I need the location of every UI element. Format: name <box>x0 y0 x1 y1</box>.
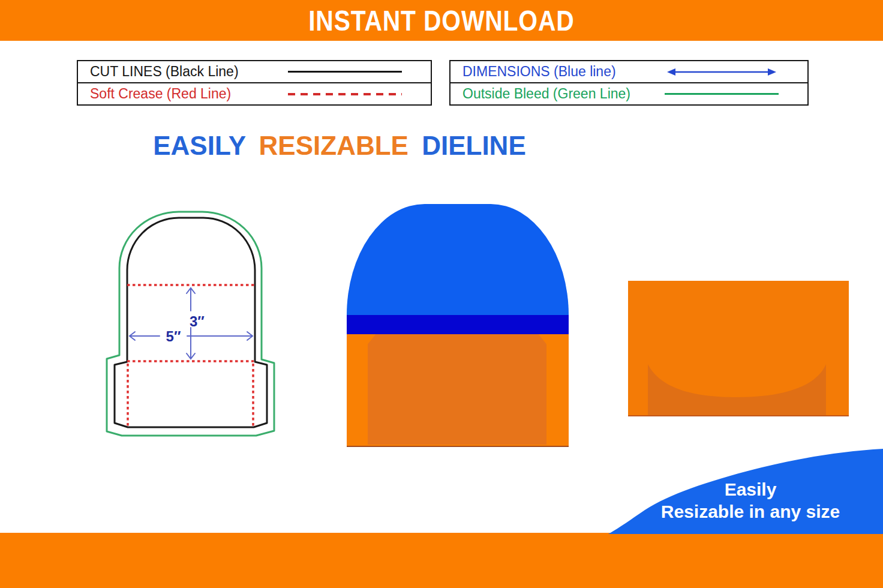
legend-row-outside-bleed: Outside Bleed (Green Line) <box>450 82 807 104</box>
envelope-body <box>347 334 569 447</box>
envelope-pocket <box>368 334 546 445</box>
envelope-flap <box>347 204 569 315</box>
headline-word-easily: EASILY <box>153 131 245 160</box>
header-title: INSTANT DOWNLOAD <box>308 4 574 37</box>
legend-cut-lines-box: CUT LINES (Black Line) Soft Crease (Red … <box>77 60 432 106</box>
dieline-diagram: 3″ 5″ <box>102 204 282 444</box>
red-dashed-line-icon <box>288 93 402 95</box>
headline-word-resizable: RESIZABLE <box>259 131 409 160</box>
headline-word-dieline: DIELINE <box>422 131 526 160</box>
green-solid-line-icon <box>665 93 779 95</box>
legend-row-dimensions: DIMENSIONS (Blue line) <box>450 61 807 82</box>
legend-row-cut-lines: CUT LINES (Black Line) <box>78 61 431 82</box>
envelope-flap-edge <box>347 315 569 334</box>
resizable-badge: Easily Resizable in any size <box>624 478 877 523</box>
footer-banner <box>0 533 883 588</box>
cut-lines-label: CUT LINES (Black Line) <box>90 64 239 80</box>
outside-bleed-label: Outside Bleed (Green Line) <box>462 86 630 102</box>
dimensions-label: DIMENSIONS (Blue line) <box>462 64 616 80</box>
legend-row-soft-crease: Soft Crease (Red Line) <box>78 82 431 104</box>
page-title: EASILY RESIZABLE DIELINE <box>0 131 679 161</box>
header-banner: INSTANT DOWNLOAD <box>0 0 883 41</box>
solid-black-line-icon <box>288 71 402 73</box>
envelope-back-flap-curve <box>628 281 849 415</box>
legend-dimensions-box: DIMENSIONS (Blue line) Outside Bleed (Gr… <box>449 60 809 106</box>
badge-line-1: Easily <box>624 478 877 500</box>
page: INSTANT DOWNLOAD CUT LINES (Black Line) … <box>0 0 883 588</box>
width-dimension-label: 5″ <box>166 328 181 344</box>
badge-line-2: Resizable in any size <box>624 500 877 523</box>
height-dimension-label: 3″ <box>190 313 205 329</box>
soft-crease-label: Soft Crease (Red Line) <box>90 86 231 102</box>
envelope-front-preview <box>347 204 569 447</box>
envelope-back-preview <box>628 281 849 416</box>
blue-double-arrow-icon <box>665 67 779 77</box>
